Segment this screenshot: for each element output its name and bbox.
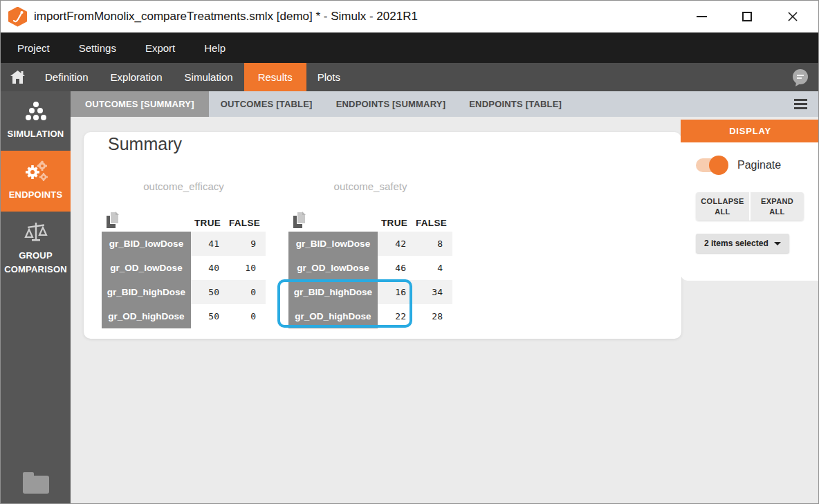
copy-table-icon[interactable] xyxy=(107,212,122,228)
expand-all-button[interactable]: EXPAND ALL xyxy=(751,192,804,221)
table-row[interactable]: gr_BID_highDose 50 0 xyxy=(102,280,266,304)
outcome-efficacy-table: outcome_efficacy TRUE FALSE gr_BID_lowDo… xyxy=(102,180,266,328)
results-content: Summary outcome_efficacy TRUE FALSE gr_B… xyxy=(71,117,818,504)
display-panel-header[interactable]: DISPLAY xyxy=(681,120,819,142)
minimize-button[interactable] xyxy=(691,6,712,27)
hamburger-icon xyxy=(794,99,807,101)
speech-bubble-icon xyxy=(791,68,810,87)
page-title: Summary xyxy=(108,134,182,154)
tab-results[interactable]: Results xyxy=(244,63,306,91)
column-header-true: TRUE xyxy=(378,218,416,228)
tab-exploration[interactable]: Exploration xyxy=(100,63,174,91)
menu-export[interactable]: Export xyxy=(145,42,175,54)
menu-settings[interactable]: Settings xyxy=(79,42,116,54)
summary-card: Summary outcome_efficacy TRUE FALSE gr_B… xyxy=(84,132,681,339)
column-header-false: FALSE xyxy=(229,218,266,228)
menubar: Project Settings Export Help xyxy=(1,32,818,63)
sidebar-item-endpoints[interactable]: ENDPOINTS xyxy=(1,151,71,212)
simulx-logo-icon xyxy=(8,7,27,27)
main-nav: Definition Exploration Simulation Result… xyxy=(1,63,818,91)
collapse-all-button[interactable]: COLLAPSE ALL xyxy=(696,192,751,221)
table-header: TRUE FALSE xyxy=(288,205,452,232)
display-panel: Paginate COLLAPSE ALL EXPAND ALL 2 items… xyxy=(681,142,819,281)
gears-icon xyxy=(24,160,48,183)
sidebar-item-group-comparison[interactable]: GROUP COMPARISON xyxy=(1,212,71,286)
table-row[interactable]: gr_OD_highDose 50 0 xyxy=(102,304,266,328)
toggle-knob-icon xyxy=(709,156,728,175)
outcome-safety-table: outcome_safety TRUE FALSE gr_BID_lowDose… xyxy=(288,180,452,328)
table-row[interactable]: gr_BID_lowDose 42 8 xyxy=(288,232,452,256)
subtab-endpoints-summary[interactable]: ENDPOINTS [SUMMARY] xyxy=(324,91,458,117)
maximize-button[interactable] xyxy=(737,6,757,27)
maximize-icon xyxy=(742,12,752,21)
feedback-button[interactable] xyxy=(791,63,818,91)
results-subtabs: OUTCOMES [SUMMARY] OUTCOMES [TABLE] ENDP… xyxy=(71,91,818,117)
window-title: importFromMonolix_compareTreatments.smlx… xyxy=(34,10,418,24)
minimize-icon xyxy=(697,16,707,17)
items-selected-dropdown[interactable]: 2 items selected xyxy=(696,234,789,253)
paginate-toggle[interactable] xyxy=(696,158,726,172)
home-button[interactable] xyxy=(1,63,34,91)
table-row-highlighted[interactable]: gr_BID_highDose 16 34 xyxy=(288,280,452,304)
sidebar-item-label: ENDPOINTS xyxy=(9,188,63,202)
tab-simulation[interactable]: Simulation xyxy=(174,63,244,91)
table-row[interactable]: gr_OD_lowDose 40 10 xyxy=(102,256,266,280)
column-header-false: FALSE xyxy=(416,218,452,228)
paginate-label: Paginate xyxy=(737,159,781,171)
table-row[interactable]: gr_BID_lowDose 41 9 xyxy=(102,232,266,256)
menu-toggle-button[interactable] xyxy=(794,91,818,117)
table-header: TRUE FALSE xyxy=(102,205,266,232)
menu-project[interactable]: Project xyxy=(17,42,50,54)
folder-button[interactable] xyxy=(23,476,49,494)
scales-icon xyxy=(24,221,48,244)
table-title: outcome_efficacy xyxy=(102,180,266,196)
copy-table-icon[interactable] xyxy=(293,212,309,228)
subtab-endpoints-table[interactable]: ENDPOINTS [TABLE] xyxy=(457,91,573,117)
table-row-highlighted[interactable]: gr_OD_highDose 22 28 xyxy=(288,304,452,328)
window-controls xyxy=(691,6,818,27)
sidebar-item-label: SIMULATION xyxy=(8,127,64,141)
chevron-down-icon xyxy=(774,242,781,245)
close-icon xyxy=(787,11,798,22)
column-header-true: TRUE xyxy=(191,218,229,228)
sidebar-item-label: GROUP COMPARISON xyxy=(2,249,69,277)
close-button[interactable] xyxy=(782,6,803,27)
cluster-icon xyxy=(24,100,48,122)
subtab-outcomes-summary[interactable]: OUTCOMES [SUMMARY] xyxy=(71,91,209,117)
home-icon xyxy=(10,70,26,84)
titlebar: importFromMonolix_compareTreatments.smlx… xyxy=(1,1,818,32)
table-title: outcome_safety xyxy=(288,180,452,196)
sidebar: SIMULATION xyxy=(1,91,71,504)
sidebar-item-simulation[interactable]: SIMULATION xyxy=(1,91,71,151)
subtab-outcomes-table[interactable]: OUTCOMES [TABLE] xyxy=(209,91,324,117)
table-row[interactable]: gr_OD_lowDose 46 4 xyxy=(288,256,452,280)
tab-plots[interactable]: Plots xyxy=(306,63,351,91)
tab-definition[interactable]: Definition xyxy=(34,63,100,91)
menu-help[interactable]: Help xyxy=(204,42,226,54)
